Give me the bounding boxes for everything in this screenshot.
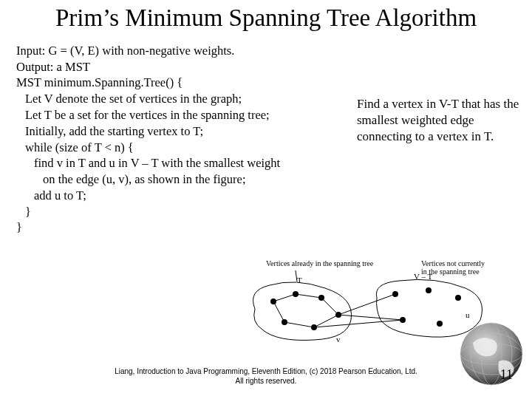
- code-line: Output: a MST: [16, 59, 352, 75]
- footer-line: Liang, Introduction to Java Programming,…: [0, 367, 532, 377]
- edge-cross: [338, 315, 403, 320]
- code-line: Initially, add the starting vertex to T;: [16, 123, 352, 140]
- code-line: while (size of T < n) {: [16, 140, 352, 156]
- content-row: Input: G = (V, E) with non-negative weig…: [0, 38, 532, 236]
- fig-label-left: Vertices already in the spanning tree: [266, 259, 374, 267]
- slide-title: Prim’s Minimum Spanning Tree Algorithm: [0, 0, 532, 38]
- code-line: }: [16, 219, 352, 236]
- code-line: on the edge (u, v), as shown in the figu…: [16, 171, 352, 188]
- code-line: Let T be a set for the vertices in the s…: [16, 107, 352, 123]
- pseudocode-block: Input: G = (V, E) with non-negative weig…: [16, 43, 352, 236]
- code-line: add u to T;: [16, 188, 352, 204]
- code-line: Let V denote the set of vertices in the …: [16, 91, 352, 107]
- code-line: find v in T and u in V – T with the smal…: [16, 155, 352, 171]
- vertex: [426, 287, 432, 293]
- label-vt: V – T: [414, 272, 433, 281]
- edge: [273, 294, 296, 301]
- page-number: 11: [500, 367, 513, 383]
- footer: Liang, Introduction to Java Programming,…: [0, 367, 532, 386]
- edge-cross: [338, 294, 395, 315]
- label-v: v: [336, 335, 341, 344]
- edge: [296, 294, 321, 298]
- vertex: [455, 295, 461, 301]
- blob-t: [253, 282, 352, 341]
- edge: [273, 301, 284, 322]
- label-t: T: [297, 276, 302, 284]
- code-line: MST minimum.Spanning.Tree() {: [16, 75, 352, 91]
- edge: [284, 322, 314, 327]
- edge-cross: [314, 320, 403, 327]
- explanatory-note: Find a vertex in V-T that has the smalle…: [352, 43, 520, 236]
- vertex: [437, 321, 443, 327]
- edge: [321, 298, 338, 315]
- footer-line: All rights reserved.: [0, 377, 532, 386]
- code-line: }: [16, 204, 352, 220]
- label-u: u: [466, 310, 470, 319]
- code-line: Input: G = (V, E) with non-negative weig…: [16, 43, 352, 59]
